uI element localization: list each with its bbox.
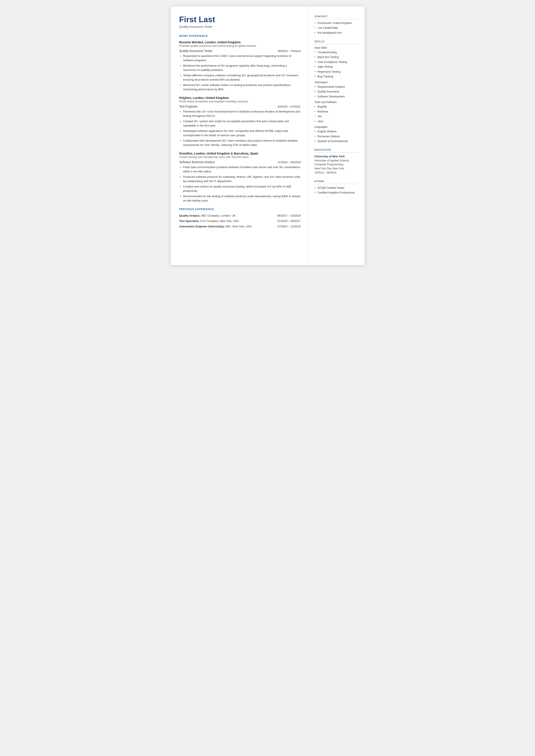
candidate-title: Quality Assurance Tester bbox=[179, 25, 301, 28]
contact-section: CONTACT Portsmouth, United Kingdom +44 1… bbox=[315, 15, 358, 35]
job-dates-2: 10/2019 – 07/2021 bbox=[277, 105, 300, 108]
prev-job-row-3: Automation Engineer (Internship), ABC, N… bbox=[179, 225, 301, 228]
right-column: CONTACT Portsmouth, United Kingdom +44 1… bbox=[309, 7, 365, 265]
job-bullets-3: Fixed data communication problems betwee… bbox=[179, 165, 301, 203]
edu-school-name: University of New York bbox=[315, 155, 358, 158]
bullet-2-3: Developed software applications for 120+… bbox=[179, 129, 301, 137]
bullet-2-1: Partnered with 10+ cross-functional team… bbox=[179, 109, 301, 118]
education-section: EDUCATION University of New York Associa… bbox=[315, 149, 358, 175]
bullet-3-2: Produced software products for marketing… bbox=[179, 175, 301, 183]
languages-list: English (Native) Romanian (Native) Spani… bbox=[315, 130, 358, 143]
skill-black-box-testing: Black Box Testing bbox=[315, 55, 358, 59]
education-entry: University of New York Associate of Appl… bbox=[315, 155, 358, 175]
hard-skills-label: Hard Skills: bbox=[315, 46, 358, 49]
edu-dates: 10/2011 - 06/2014 bbox=[315, 171, 358, 175]
skill-bug-tracking: Bug Tracking bbox=[315, 75, 358, 79]
contact-email: first.last@gmail.com bbox=[315, 31, 358, 35]
skills-section: SKILLS Hard Skills: Troubleshooting Blac… bbox=[315, 40, 358, 143]
language-spanish: Spanish (Conversational) bbox=[315, 139, 358, 143]
skill-user-acceptance-testing: User Acceptance Testing bbox=[315, 60, 358, 64]
hard-skills-list: Troubleshooting Black Box Testing User A… bbox=[315, 51, 358, 79]
company-3-rest: London, United Kingdom & Barcelona, Spai… bbox=[193, 152, 258, 155]
company-2-name: Polyhire, bbox=[179, 96, 192, 99]
bullet-1-3: Tested different company software consid… bbox=[179, 73, 301, 82]
job-dates-1: 08/2021 – Present bbox=[278, 49, 300, 53]
prev-experience-header: PREVIOUS EXPERIENCE bbox=[179, 208, 301, 211]
bullet-3-3: Created new metrics for quality assuranc… bbox=[179, 184, 301, 193]
tool-java: Java bbox=[315, 120, 358, 124]
prev-job-3-bold: Automation Engineer (Internship), bbox=[179, 225, 225, 228]
skill-troubleshooting: Troubleshooting bbox=[315, 51, 358, 55]
techniques-label: Techniques: bbox=[315, 81, 358, 84]
company-2-line: Polyhire, London, United Kingdom bbox=[179, 96, 301, 99]
resume-container: First Last Quality Assurance Tester WORK… bbox=[171, 7, 365, 265]
techniques-list: Requirements Analysis Quality Assurance … bbox=[315, 85, 358, 99]
contact-header: CONTACT bbox=[315, 15, 358, 19]
job-bullets-2: Partnered with 10+ cross-functional team… bbox=[179, 109, 301, 147]
other-item-2: Certified Analytics Professional bbox=[315, 191, 358, 195]
prev-job-1-rest: ABC Company, London, UK bbox=[200, 214, 236, 217]
bullet-1-1: Responded to questions from 1400+ users … bbox=[179, 54, 301, 62]
company-1-name: Resume Worded, bbox=[179, 41, 204, 44]
company-3-name: Growthsi, bbox=[179, 152, 193, 155]
other-list: ISTQB Certified Tester Certified Analyti… bbox=[315, 186, 358, 195]
edu-location: New York City, New York bbox=[315, 167, 358, 171]
bullet-1-2: Monitored the performance of 30+ program… bbox=[179, 64, 301, 72]
job-title-3: Software Business Analyst bbox=[179, 160, 215, 164]
education-header: EDUCATION bbox=[315, 149, 358, 153]
tool-redmine: Redmine bbox=[315, 110, 358, 114]
company-1-tagline: Provides quality assurance and control t… bbox=[179, 44, 301, 47]
job-block-2: Polyhire, London, United Kingdom NYSE-li… bbox=[179, 96, 301, 147]
prev-job-2-dates: 01/2016 – 05/2017 bbox=[277, 219, 300, 223]
edu-degree: Associate of Applied Science bbox=[315, 159, 358, 163]
name-section: First Last Quality Assurance Tester bbox=[179, 15, 301, 28]
contact-list: Portsmouth, United Kingdom +44 123456789… bbox=[315, 21, 358, 35]
language-romanian: Romanian (Native) bbox=[315, 135, 358, 139]
skills-header: SKILLS bbox=[315, 40, 358, 44]
job-title-row-1: Quality Assurance Tester 08/2021 – Prese… bbox=[179, 49, 301, 53]
company-1-line: Resume Worded, London, United Kingdom bbox=[179, 41, 301, 44]
company-3-line: Growthsi, London, United Kingdom & Barce… bbox=[179, 152, 301, 155]
technique-software-dev: Software Development bbox=[315, 95, 358, 99]
company-3-tagline: Career training and membership SaaS with… bbox=[179, 155, 301, 159]
contact-address: Portsmouth, United Kingdom bbox=[315, 21, 358, 25]
job-bullets-1: Responded to questions from 1400+ users … bbox=[179, 54, 301, 91]
prev-job-3-rest: ABC, New York, USA bbox=[225, 225, 252, 228]
job-block-3: Growthsi, London, United Kingdom & Barce… bbox=[179, 152, 301, 203]
language-english: English (Native) bbox=[315, 130, 358, 134]
work-experience-header: WORK EXPERIENCE bbox=[179, 35, 301, 38]
job-block-1: Resume Worded, London, United Kingdom Pr… bbox=[179, 41, 301, 91]
technique-requirements: Requirements Analysis bbox=[315, 85, 358, 89]
prev-job-2-left: Test Specialist, XYZ Company, New York, … bbox=[179, 219, 275, 223]
skill-regression-testing: Regression Testing bbox=[315, 70, 358, 74]
skill-agile-testing: Agile Testing bbox=[315, 65, 358, 69]
edu-field: Computer Programming bbox=[315, 162, 358, 167]
prev-job-2-rest: XYZ Company, New York, USA bbox=[199, 219, 239, 223]
tool-bugzilla: Bugzilla bbox=[315, 105, 358, 109]
prev-job-1-bold: Quality Analyst, bbox=[179, 214, 200, 217]
prev-job-row-2: Test Specialist, XYZ Company, New York, … bbox=[179, 219, 301, 223]
other-section: OTHER ISTQB Certified Tester Certified A… bbox=[315, 180, 358, 195]
technique-quality-assurance: Quality Assurance bbox=[315, 90, 358, 94]
job-title-row-3: Software Business Analyst 11/2018 – 09/2… bbox=[179, 160, 301, 164]
candidate-name: First Last bbox=[179, 15, 301, 24]
bullet-1-4: Mentored 50+ rookie software testers on … bbox=[179, 83, 301, 91]
languages-label: Languages: bbox=[315, 126, 358, 128]
other-item-1: ISTQB Certified Tester bbox=[315, 186, 358, 190]
prev-job-2-bold: Test Specialist, bbox=[179, 219, 200, 223]
tools-list: Bugzilla Redmine Jira Java bbox=[315, 105, 358, 123]
company-2-rest: London, United Kingdom bbox=[192, 96, 229, 99]
prev-job-3-left: Automation Engineer (Internship), ABC, N… bbox=[179, 225, 275, 228]
bullet-2-2: Created 20+ system test scripts for acce… bbox=[179, 119, 301, 127]
job-title-2: Test Engineer bbox=[179, 105, 198, 108]
tool-jira: Jira bbox=[315, 115, 358, 119]
prev-job-1-left: Quality Analyst, ABC Company, London, UK bbox=[179, 214, 275, 218]
job-title-row-2: Test Engineer 10/2019 – 07/2021 bbox=[179, 105, 301, 108]
contact-phone: +44 1234567890 bbox=[315, 26, 358, 30]
bullet-3-1: Fixed data communication problems betwee… bbox=[179, 165, 301, 174]
job-dates-3: 11/2018 – 09/2019 bbox=[277, 160, 300, 164]
prev-job-3-dates: 07/2014 – 12/2015 bbox=[277, 225, 300, 228]
bullet-2-4: Collaborated with development 30+ team m… bbox=[179, 139, 301, 147]
tools-label: Tools and Software: bbox=[315, 101, 358, 104]
company-2-tagline: NYSE-listed recruitment and employer bra… bbox=[179, 100, 301, 103]
